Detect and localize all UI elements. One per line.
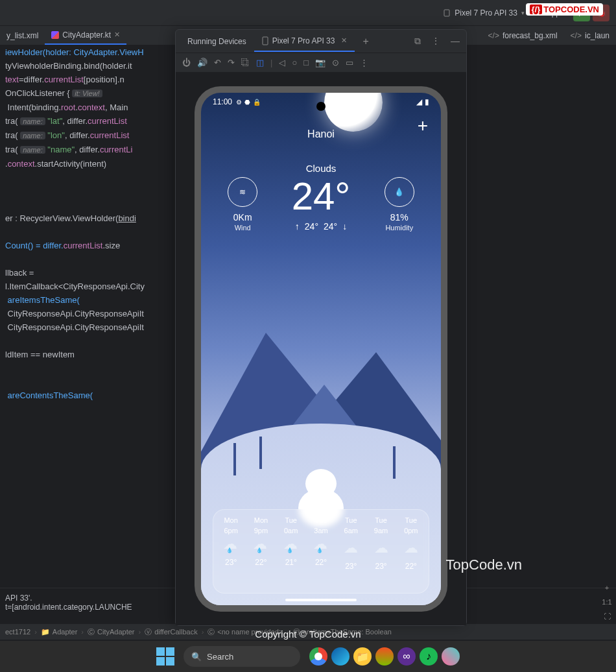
home-indicator[interactable] — [285, 599, 357, 601]
windows-taskbar: 🔍 Search 📁 ∞ ♪ — [0, 641, 616, 672]
volume-icon[interactable]: 🔊 — [197, 58, 207, 67]
device-frame: 11:00 ⚙ ⬣ 🔒 ◢ ▮ + Hanoi Clouds — [195, 86, 447, 612]
weather-icon — [282, 540, 300, 553]
lock-icon: 🔒 — [253, 99, 261, 106]
rotate-left-icon[interactable]: ↶ — [214, 58, 221, 67]
overview-icon[interactable]: □ — [303, 58, 309, 67]
weather-icon — [312, 540, 330, 553]
edge-icon[interactable] — [331, 647, 349, 666]
spotify-icon[interactable]: ♪ — [420, 647, 438, 666]
tab-city-adapter-kt[interactable]: CityAdapter.kt ✕ — [45, 27, 126, 45]
breadcrumb-item[interactable]: ⓥ differCallback — [145, 627, 197, 637]
more-options-icon[interactable]: ⋮ — [360, 58, 368, 67]
wind-stat: ≋ 0Km Wind — [228, 177, 257, 232]
signal-icon: ◢ — [416, 97, 422, 106]
humidity-icon: 💧 — [394, 187, 404, 197]
more-icon[interactable]: ⋮ — [429, 34, 443, 48]
copyright-label: Copyright © TopCode.vn — [255, 629, 361, 640]
copilot-icon[interactable] — [442, 647, 460, 666]
display-icon[interactable]: ▭ — [346, 58, 353, 67]
tab-city-list-xml[interactable]: y_list.xml — [0, 27, 45, 44]
breadcrumb-item[interactable]: 📁 Adapter — [41, 628, 78, 636]
forecast-item[interactable]: Mon9pm22° — [246, 516, 276, 586]
home-icon[interactable]: ○ — [292, 58, 297, 67]
tree-graphic — [393, 446, 396, 479]
svg-rect-0 — [444, 10, 449, 16]
close-icon[interactable]: ✕ — [114, 30, 120, 39]
window-icon[interactable]: ⧉ — [412, 34, 423, 48]
forecast-item[interactable]: Tue6am23° — [336, 516, 366, 586]
emulator-toolbar: ⏻ 🔊 ↶ ↷ ⿻ ◫ | ◁ ○ □ 📷 ⊙ ▭ ⋮ — [176, 53, 466, 73]
chevron-down-icon: ▾ — [521, 10, 525, 16]
add-device-button[interactable]: + — [355, 30, 376, 53]
resize-icon[interactable]: ◫ — [256, 58, 264, 67]
weather-icon — [374, 540, 388, 557]
forecast-item[interactable]: Tue3am22° — [306, 516, 336, 586]
svg-rect-1 — [263, 37, 268, 45]
emulator-tabs: Running Devices Pixel 7 Pro API 33 ✕ + ⧉… — [176, 30, 466, 53]
ide-toolbar: Pixel 7 Pro API 33 ▾ ▸ app ▾ 🐞 — [0, 0, 616, 26]
weather-main: Hanoi Clouds ≋ 0Km Wind 24° ↑ 24° — [201, 128, 441, 232]
rotate-right-icon[interactable]: ↷ — [228, 58, 235, 67]
tab-pixel-7-pro[interactable]: Pixel 7 Pro API 33 ✕ — [254, 31, 355, 52]
tab-forecast-bg-xml[interactable]: </> forecast_bg.xml — [482, 27, 564, 44]
start-button[interactable] — [156, 647, 174, 666]
back-icon[interactable]: ◁ — [279, 58, 285, 67]
device-selector[interactable]: Pixel 7 Pro API 33 ▾ — [438, 6, 530, 20]
minimize-icon[interactable]: — — [448, 34, 462, 48]
city-label: Hanoi — [201, 128, 441, 140]
tab-ic-launcher[interactable]: </> ic_laun — [564, 27, 616, 44]
forecast-item[interactable]: Mon6pm23° — [216, 516, 246, 586]
watermark: TopCode.vn — [446, 557, 522, 573]
shield-icon: ⬣ — [244, 99, 250, 106]
search-icon: 🔍 — [191, 652, 202, 662]
forecast-card[interactable]: Mon6pm23°Mon9pm22°Tue0am21°Tue3am22°Tue6… — [213, 509, 429, 594]
device-screen[interactable]: 11:00 ⚙ ⬣ 🔒 ◢ ▮ + Hanoi Clouds — [201, 93, 441, 605]
kotlin-file-icon — [51, 31, 59, 39]
fold-icon[interactable]: ⿻ — [241, 58, 250, 67]
close-icon[interactable]: ✕ — [341, 36, 347, 45]
forecast-item[interactable]: Tue0am21° — [276, 516, 306, 586]
emulator-canvas: 11:00 ⚙ ⬣ 🔒 ◢ ▮ + Hanoi Clouds — [176, 73, 466, 625]
tree-graphic — [233, 443, 236, 475]
topcode-logo: {/} TOPCODE.VN — [526, 3, 603, 16]
zoom-controls: + 1:1 ⛶ — [599, 584, 615, 620]
tree-graphic — [259, 437, 262, 469]
zoom-ratio[interactable]: 1:1 — [602, 598, 611, 606]
gear-icon: ⚙ — [236, 99, 242, 106]
humidity-stat: 💧 81% Humidity — [385, 177, 414, 232]
explorer-icon[interactable]: 📁 — [353, 647, 372, 666]
arrow-up-icon: ↑ — [295, 221, 300, 232]
zoom-fit-button[interactable]: ⛶ — [604, 612, 611, 620]
weather-icon — [404, 540, 418, 557]
temperature: 24° ↑ 24° 24° ↓ — [292, 177, 351, 232]
breadcrumb-item[interactable]: ect1712 — [5, 628, 30, 636]
clock: 11:00 — [213, 97, 232, 106]
weather-icon — [222, 540, 240, 553]
breadcrumb-item[interactable]: Ⓒ CityAdapter — [88, 627, 134, 637]
tab-running-devices[interactable]: Running Devices — [180, 32, 254, 51]
condition-label: Clouds — [201, 163, 441, 174]
emulator-panel: Running Devices Pixel 7 Pro API 33 ✕ + ⧉… — [175, 29, 467, 626]
taskbar-search[interactable]: 🔍 Search — [184, 646, 300, 667]
camera-hole — [316, 102, 326, 111]
office-icon[interactable] — [375, 647, 394, 666]
screenshot-icon[interactable]: 📷 — [315, 58, 326, 67]
zoom-in-button[interactable]: + — [605, 584, 609, 592]
arrow-down-icon: ↓ — [342, 221, 347, 232]
chrome-icon[interactable] — [309, 647, 327, 666]
record-icon[interactable]: ⊙ — [332, 58, 339, 67]
weather-icon — [344, 540, 358, 557]
weather-icon — [252, 540, 270, 553]
vs-icon[interactable]: ∞ — [397, 647, 416, 666]
forecast-item[interactable]: Tue0pm22° — [396, 516, 426, 586]
battery-icon: ▮ — [425, 97, 429, 106]
wind-icon: ≋ — [239, 187, 246, 197]
forecast-item[interactable]: Tue9am23° — [366, 516, 396, 586]
power-icon[interactable]: ⏻ — [182, 58, 191, 67]
